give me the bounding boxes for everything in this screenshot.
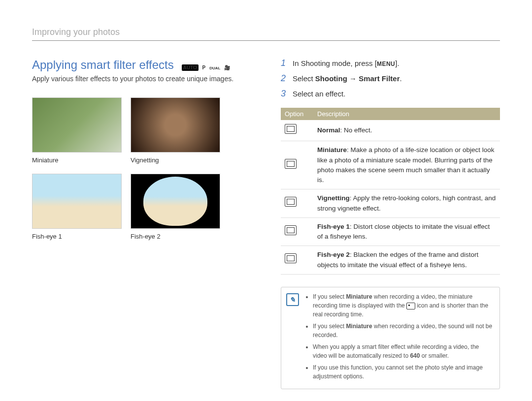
thumb-fisheye1: Fish-eye 1 <box>32 174 121 240</box>
step-number: 2 <box>281 73 293 84</box>
table-row: Fish-eye 2: Blacken the edges of the fra… <box>281 246 500 275</box>
left-column: Applying smart filter effects AUTO P DUA… <box>32 58 251 389</box>
thumb-miniature: Miniature <box>32 97 121 164</box>
mode-video-icon: 🎥 <box>224 65 230 70</box>
thumb-vignetting-image <box>131 97 220 153</box>
note-item: If you use this function, you cannot set… <box>313 363 493 381</box>
note-item: When you apply a smart filter effect whi… <box>313 342 493 360</box>
table-header-option: Option <box>281 108 313 120</box>
step-item: 1 In Shooting mode, press [MENU]. <box>281 58 500 68</box>
table-row: Miniature: Make a photo of a life-size l… <box>281 141 500 189</box>
thumb-miniature-image <box>32 97 122 153</box>
step-text: In Shooting mode, press [MENU]. <box>293 59 399 67</box>
mode-auto-icon: AUTO <box>182 64 199 71</box>
section-title: Applying smart filter effects <box>32 58 174 72</box>
step-item: 3 Select an effect. <box>281 89 500 99</box>
mode-p-icon: P <box>202 65 206 70</box>
menu-badge: MENU <box>377 61 395 67</box>
step-number: 1 <box>281 58 293 68</box>
note-item: If you select Miniature when recording a… <box>313 292 493 319</box>
table-row: Vignetting: Apply the retro-looking colo… <box>281 189 500 218</box>
table-row: Normal: No effect. <box>281 120 500 141</box>
recording-icon <box>406 303 415 309</box>
breadcrumb: Improving your photos <box>32 27 500 41</box>
thumb-fisheye1-image <box>32 174 122 229</box>
thumb-caption: Fish-eye 2 <box>131 233 219 240</box>
intro-text: Apply various filter effects to your pho… <box>32 75 251 83</box>
step-text: Select an effect. <box>293 90 345 98</box>
options-table: Option Description Normal: No effect. Mi… <box>281 108 500 275</box>
thumb-caption: Miniature <box>32 156 121 164</box>
table-header-description: Description <box>313 108 500 120</box>
thumb-vignetting: Vignetting <box>131 97 219 164</box>
option-icon <box>285 225 297 235</box>
thumb-caption: Fish-eye 1 <box>32 233 121 240</box>
steps-list: 1 In Shooting mode, press [MENU]. 2 Sele… <box>281 58 500 99</box>
note-info-icon: ✎ <box>286 293 299 306</box>
thumbnail-grid: Miniature Vignetting Fish-eye 1 Fish-eye… <box>32 97 251 240</box>
thumb-fisheye2-image <box>131 174 220 229</box>
table-row: Fish-eye 1: Distort close objects to imi… <box>281 217 500 246</box>
mode-dual-icon: DUAL <box>209 66 220 70</box>
thumb-fisheye2: Fish-eye 2 <box>131 174 219 240</box>
mode-icons: AUTO P DUAL 🎥 <box>181 63 232 71</box>
thumb-caption: Vignetting <box>131 156 219 164</box>
step-text: Select Shooting → Smart Filter. <box>293 74 402 83</box>
option-icon <box>285 197 297 207</box>
option-icon <box>285 253 297 263</box>
option-icon <box>285 124 297 134</box>
note-box: ✎ If you select Miniature when recording… <box>281 287 500 389</box>
right-column: 1 In Shooting mode, press [MENU]. 2 Sele… <box>281 58 500 389</box>
step-item: 2 Select Shooting → Smart Filter. <box>281 73 500 84</box>
note-item: If you select Miniature when recording a… <box>313 322 493 339</box>
step-number: 3 <box>281 89 293 99</box>
option-icon <box>285 159 297 169</box>
